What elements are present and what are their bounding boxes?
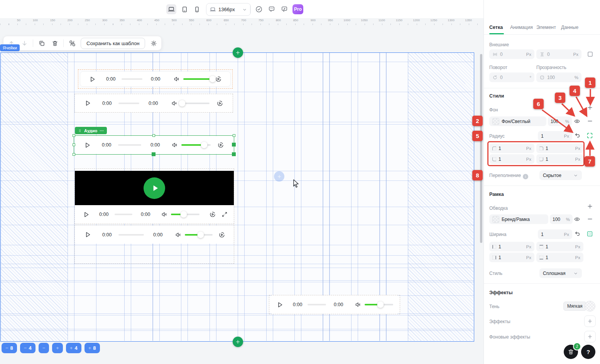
shadow-color-swatch[interactable] [585, 301, 595, 312]
border-side-field[interactable]: 1 Px [536, 242, 583, 251]
grid-step-button[interactable]: − [39, 343, 49, 353]
volume-slider[interactable] [171, 214, 199, 215]
add-effect-button[interactable] [584, 315, 596, 327]
stroke-opacity-field[interactable]: 100 % [550, 214, 573, 224]
play-icon[interactable] [83, 211, 90, 218]
speaker-icon[interactable] [355, 301, 362, 308]
drag-grip-icon[interactable] [78, 128, 82, 133]
radius-field[interactable]: 1 Px [538, 131, 572, 141]
check-tasks-button[interactable] [254, 4, 264, 14]
tab-element[interactable]: Элемент [536, 25, 556, 30]
video-screen[interactable] [75, 171, 234, 205]
resize-handle-n[interactable] [152, 134, 155, 137]
help-fab-button[interactable]: ? [581, 345, 595, 359]
background-visibility-button[interactable] [574, 118, 580, 125]
resize-handle-nw[interactable] [73, 134, 75, 137]
comments-button[interactable] [267, 4, 277, 14]
grid-step-button[interactable]: +8 [85, 343, 100, 353]
remove-background-button[interactable] [586, 118, 593, 125]
shadow-preset-chip[interactable]: Мягкая [563, 302, 586, 311]
border-per-side-button[interactable] [586, 230, 593, 238]
audio-player-4[interactable]: 0:00 0:00 [269, 295, 400, 314]
speaker-muted-icon[interactable] [171, 100, 178, 107]
speaker-icon[interactable] [173, 76, 180, 83]
background-opacity-field[interactable]: 100 % [548, 116, 572, 126]
border-width-field[interactable]: 1 Px [538, 229, 572, 239]
loop-icon[interactable] [217, 142, 224, 148]
duplicate-button[interactable] [37, 39, 46, 48]
add-background-effect-button[interactable] [584, 331, 596, 342]
loop-icon[interactable] [218, 231, 225, 238]
resize-handle-w[interactable] [73, 143, 75, 146]
swap-cells-button[interactable] [68, 39, 77, 48]
audio-player-3[interactable]: 0:00 0:00 [75, 226, 234, 244]
remove-stroke-button[interactable] [586, 216, 593, 222]
border-style-dropdown[interactable]: Сплошная [539, 268, 582, 278]
info-icon[interactable]: i [523, 174, 528, 179]
video-play-button[interactable] [144, 177, 165, 199]
margin-h-field[interactable]: 0 Px [489, 49, 534, 59]
add-background-button[interactable] [586, 104, 593, 111]
color-swatch[interactable] [492, 216, 499, 223]
play-icon[interactable] [276, 301, 284, 308]
seek-bar[interactable] [115, 214, 132, 215]
fullscreen-icon[interactable] [221, 211, 228, 217]
resize-handle-s[interactable] [152, 152, 155, 156]
speaker-icon[interactable] [171, 142, 178, 148]
tab-animation[interactable]: Анимация [510, 25, 533, 30]
volume-slider[interactable] [180, 103, 210, 104]
speaker-icon[interactable] [175, 231, 182, 238]
canvas-scrollbar[interactable] [480, 54, 482, 243]
play-icon[interactable] [84, 142, 91, 149]
loop-icon[interactable] [215, 76, 222, 83]
loop-icon[interactable] [216, 100, 223, 107]
opacity-field[interactable]: 100 % [536, 72, 581, 82]
grid-step-button[interactable]: −4 [20, 343, 35, 353]
loop-icon[interactable] [209, 211, 216, 218]
play-icon[interactable] [84, 99, 91, 107]
notes-button[interactable] [279, 4, 289, 14]
border-side-field[interactable]: 1 Px [489, 242, 534, 251]
color-swatch[interactable] [492, 118, 499, 125]
radius-per-corner-button[interactable] [586, 132, 593, 139]
background-color-field[interactable]: Фон/Светлый [489, 116, 546, 126]
move-down-button[interactable] [20, 39, 29, 48]
device-tablet-button[interactable] [179, 4, 189, 14]
device-desktop-button[interactable] [166, 4, 176, 14]
tab-data[interactable]: Данные [561, 25, 578, 30]
grid-step-button[interactable]: + [52, 343, 63, 353]
volume-slider[interactable] [183, 78, 213, 80]
margin-v-field[interactable]: 0 Px [536, 49, 581, 59]
add-stroke-button[interactable] [586, 203, 593, 210]
save-as-template-button[interactable]: Сохранить как шаблон [81, 38, 145, 49]
seek-bar[interactable] [122, 78, 142, 80]
play-icon[interactable] [89, 76, 96, 83]
add-section-below-button[interactable] [233, 337, 243, 347]
volume-slider[interactable] [185, 234, 213, 236]
seek-bar[interactable] [118, 234, 144, 236]
editor-canvas[interactable]: Сохранить как шаблон Ячейки 0:00 0:00 0:… [0, 25, 483, 364]
volume-slider[interactable] [365, 304, 393, 305]
delete-button[interactable] [50, 39, 59, 48]
speaker-icon[interactable] [161, 211, 168, 218]
stroke-visibility-button[interactable] [574, 216, 580, 222]
audio-player-selected[interactable]: 0:00 0:00 [74, 136, 233, 154]
audio-player-1[interactable]: 0:00 0:00 [80, 71, 231, 87]
overflow-dropdown[interactable]: Скрытое [539, 170, 582, 180]
viewport-width-dropdown[interactable]: 1366px [206, 3, 251, 16]
grid-step-button[interactable]: +4 [66, 343, 81, 353]
seek-bar[interactable] [118, 144, 141, 146]
seek-bar[interactable] [308, 304, 326, 305]
border-side-field[interactable]: 1 Px [489, 253, 534, 262]
resize-handle-ne[interactable] [233, 134, 235, 137]
seek-bar[interactable] [118, 103, 139, 104]
radius-reset-button[interactable] [574, 132, 581, 139]
rotation-field[interactable]: 0 ° [489, 72, 534, 82]
grid-step-button[interactable]: −8 [2, 343, 17, 353]
resize-handle-e[interactable] [232, 143, 236, 147]
element-menu-button[interactable]: ··· [100, 128, 104, 133]
link-margins-button[interactable] [586, 51, 594, 58]
volume-slider[interactable] [181, 144, 211, 146]
add-section-above-button[interactable] [233, 47, 243, 58]
stroke-color-field[interactable]: Бренд/Рамка [489, 214, 548, 224]
